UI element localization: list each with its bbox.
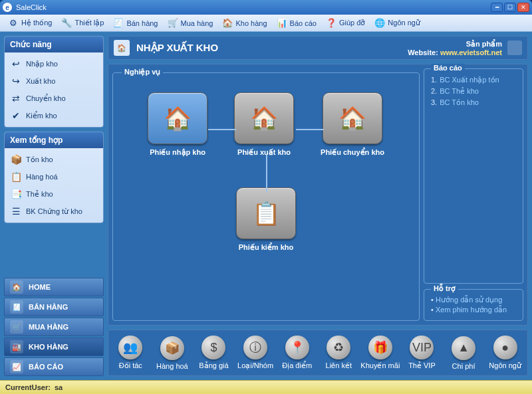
nav-label: BÁO CÁO xyxy=(29,363,63,371)
header-badge-icon xyxy=(507,41,522,55)
sidebar-item[interactable]: ↩Nhập kho xyxy=(6,55,102,72)
toolbar-item[interactable]: 🎁Khuyến mãi xyxy=(360,336,400,370)
operation-card[interactable]: 📋 xyxy=(236,187,296,239)
toolbar-icon: VIP xyxy=(410,336,434,359)
menu-item[interactable]: ⚙Hệ thống xyxy=(4,16,56,31)
nav-label: KHO HÀNG xyxy=(29,343,68,351)
operation-card[interactable]: 🏠 xyxy=(323,92,382,144)
sidebar-item-label: Nhập kho xyxy=(26,60,58,68)
card-label: Phiếu chuyển kho xyxy=(321,148,384,157)
nav-label: BÁN HÀNG xyxy=(29,303,68,311)
sidebar-item[interactable]: 📋Hàng hoá xyxy=(6,168,102,185)
minimize-button[interactable]: ━ xyxy=(491,3,503,12)
website-link[interactable]: www.evietsoft.net xyxy=(440,49,502,56)
sidebar-item[interactable]: ⇄Chuyển kho xyxy=(6,90,102,107)
menu-label: Kho hàng xyxy=(235,19,267,27)
sidebar-item[interactable]: 📑Thẻ kho xyxy=(6,185,102,203)
card-label: Phiếu nhập kho xyxy=(150,148,205,157)
menu-item[interactable]: 📊Báo cáo xyxy=(273,16,321,31)
nav-buttons: 🏠HOME🧾BÁN HÀNG🛒MUA HÀNG🏭KHO HÀNG📈BÁO CÁO xyxy=(4,278,104,376)
nav-button[interactable]: 🛒MUA HÀNG xyxy=(4,318,104,336)
sidebar-item-icon: ⇄ xyxy=(10,92,22,104)
menu-label: Mua hàng xyxy=(181,19,213,27)
reports-title: Báo cáo xyxy=(431,64,465,72)
sidebar-item[interactable]: 📦Tồn kho xyxy=(6,151,102,168)
sidebar-item[interactable]: ☰BK Chứng từ kho xyxy=(6,203,102,220)
nav-button[interactable]: 📈BÁO CÁO xyxy=(4,357,104,376)
toolbar-label: Khuyến mãi xyxy=(360,361,400,370)
report-link[interactable]: 1.BC Xuất nhập tồn xyxy=(431,74,516,86)
toolbar-item[interactable]: ▲Chi phí xyxy=(444,336,483,370)
menu-item[interactable]: ❓Giúp đỡ xyxy=(322,16,369,31)
sidebar-item-icon: ☰ xyxy=(10,205,22,217)
nav-button[interactable]: 🧾BÁN HÀNG xyxy=(4,298,104,316)
menu-icon: 🏠 xyxy=(222,18,233,29)
card-icon: 📋 xyxy=(252,200,280,227)
report-link[interactable]: 3.BC Tồn kho xyxy=(431,97,516,108)
nav-button[interactable]: 🏠HOME xyxy=(4,278,104,296)
sidebar-item-icon: ↪ xyxy=(10,75,22,87)
menu-icon: 🔧 xyxy=(61,18,72,29)
toolbar-item[interactable]: VIPThẻ VIP xyxy=(402,336,442,370)
content-header: 🏠 NHẬP XUẤT KHO Sản phẩm Website: www.ev… xyxy=(108,36,528,60)
close-button[interactable]: ✕ xyxy=(517,3,529,12)
toolbar-icon: 📦 xyxy=(160,336,184,360)
menu-item[interactable]: 🌐Ngôn ngữ xyxy=(370,16,424,31)
app-icon: e xyxy=(3,3,12,12)
toolbar-label: Liên kết xyxy=(326,361,352,370)
toolbar-item[interactable]: $Bảng giá xyxy=(194,336,233,370)
toolbar-label: Hàng hoá xyxy=(156,362,188,370)
card-label: Phiếu xuất kho xyxy=(237,148,291,157)
toolbar-item[interactable]: ●Ngôn ngữ xyxy=(485,336,525,370)
toolbar-item[interactable]: 👥Đối tác xyxy=(110,336,150,370)
bottom-toolbar: 👥Đối tác📦Hàng hoá$Bảng giáⓘLoại/Nhóm📍Địa… xyxy=(108,330,528,376)
card-icon: 🏠 xyxy=(338,105,366,132)
menu-item[interactable]: 🛒Mua hàng xyxy=(164,16,217,31)
reports-box: Báo cáo 1.BC Xuất nhập tồn2.BC Thẻ kho3.… xyxy=(424,68,523,284)
toolbar-item[interactable]: 📍Địa điểm xyxy=(277,336,317,370)
sidebar-item-icon: 📋 xyxy=(10,171,22,183)
nav-icon: 🏠 xyxy=(10,280,23,294)
svg-rect-0 xyxy=(507,41,522,55)
sidebar-item-icon: ✔ xyxy=(10,110,22,122)
nav-icon: 🏭 xyxy=(10,340,23,353)
nav-icon: 📈 xyxy=(10,360,23,373)
current-user-value: sa xyxy=(55,383,63,391)
sidebar-item-label: BK Chứng từ kho xyxy=(26,207,82,216)
toolbar-item[interactable]: ♻Liên kết xyxy=(319,336,358,370)
status-bar: CurrentUser: sa xyxy=(0,380,532,394)
menu-item[interactable]: 🏠Kho hàng xyxy=(218,16,271,31)
menu-icon: 📊 xyxy=(277,18,287,29)
report-link[interactable]: 2.BC Thẻ kho xyxy=(431,86,516,97)
nav-icon: 🛒 xyxy=(10,320,23,334)
workspace: Nghiệp vụ 🏠Phiếu nhập kho🏠Phiếu xuất kho… xyxy=(108,64,528,326)
support-link[interactable]: Hướng dẫn sử dụng xyxy=(431,295,516,305)
toolbar-item[interactable]: ⓘLoại/Nhóm xyxy=(235,336,275,370)
support-title: Hỗ trợ xyxy=(431,284,458,293)
menu-item[interactable]: 🧾Bán hàng xyxy=(109,16,162,31)
toolbar-icon: $ xyxy=(201,336,225,359)
menu-bar: ⚙Hệ thống🔧Thiết lập🧾Bán hàng🛒Mua hàng🏠Kh… xyxy=(0,15,532,32)
menu-item[interactable]: 🔧Thiết lập xyxy=(57,16,108,31)
nav-button[interactable]: 🏭KHO HÀNG xyxy=(4,338,104,356)
support-link[interactable]: Xem phim hướng dẫn xyxy=(431,305,516,315)
sidebar-item-label: Hàng hoá xyxy=(26,173,58,181)
card-label: Phiếu kiểm kho xyxy=(239,243,293,252)
operation-card[interactable]: 🏠 xyxy=(234,92,294,144)
sidebar-item[interactable]: ✔Kiểm kho xyxy=(6,107,102,124)
header-right: Sản phẩm Website: www.evietsoft.net xyxy=(408,40,502,56)
toolbar-icon: ♻ xyxy=(327,336,350,359)
sidebar-item[interactable]: ↪Xuất kho xyxy=(6,72,102,90)
toolbar-icon: 📍 xyxy=(285,336,309,359)
toolbar-label: Loại/Nhóm xyxy=(237,361,273,370)
panel-chuc-nang: Chức năng ↩Nhập kho↪Xuất kho⇄Chuyển kho✔… xyxy=(4,36,104,128)
menu-label: Giúp đỡ xyxy=(339,19,365,27)
card-icon: 🏠 xyxy=(164,105,192,132)
maximize-button[interactable]: ☐ xyxy=(504,3,516,12)
menu-label: Thiết lập xyxy=(74,19,104,27)
toolbar-label: Đối tác xyxy=(119,361,142,370)
toolbar-item[interactable]: 📦Hàng hoá xyxy=(152,336,192,370)
menu-icon: 🧾 xyxy=(113,18,124,29)
operation-card[interactable]: 🏠 xyxy=(148,92,207,144)
page-title: NHẬP XUẤT KHO xyxy=(136,42,408,54)
